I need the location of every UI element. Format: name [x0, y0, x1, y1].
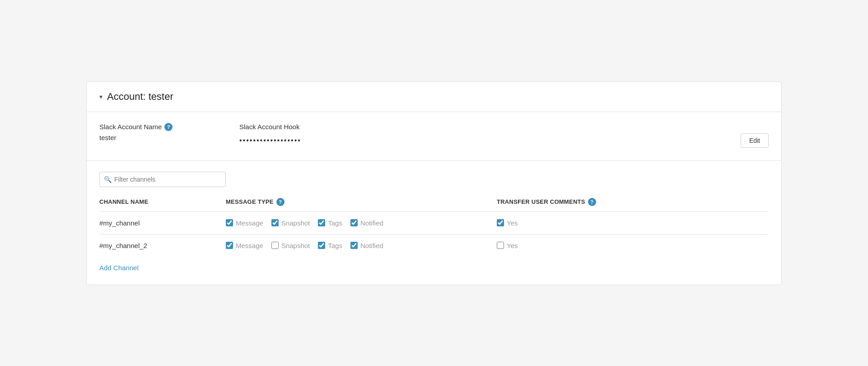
tags-checkbox-1: Tags [318, 219, 342, 227]
transfer-yes-checkbox-1: Yes [497, 219, 769, 227]
tags-checkbox-2: Tags [318, 242, 342, 249]
col-channel-header: CHANNEL NAME [99, 198, 148, 205]
channels-section: 🔍 CHANNEL NAME MESSAGE TYPE ? [87, 161, 781, 285]
tags-checkbox-input-2[interactable] [318, 242, 325, 249]
tags-label-1: Tags [328, 219, 342, 227]
notified-checkbox-1: Notified [350, 219, 383, 227]
edit-button[interactable]: Edit [741, 133, 769, 148]
search-icon: 🔍 [104, 176, 112, 183]
yes-label-1: Yes [507, 219, 518, 227]
transfer-help-icon[interactable]: ? [588, 198, 596, 206]
message-type-help-icon[interactable]: ? [276, 198, 285, 206]
snapshot-label-2: Snapshot [281, 242, 310, 249]
snapshot-checkbox-input-1[interactable] [271, 219, 279, 226]
account-card: ▾ Account: tester Slack Account Name ? t… [86, 81, 782, 285]
message-label-1: Message [236, 219, 263, 227]
slack-account-hook-value: •••••••••••••••••• [239, 136, 301, 145]
channels-table: CHANNEL NAME MESSAGE TYPE ? TRANSFER USE… [99, 198, 769, 257]
filter-channels-input[interactable] [99, 172, 226, 187]
channel-name-2: #my_channel_2 [99, 242, 147, 249]
notified-label-1: Notified [360, 219, 383, 227]
notified-checkbox-2: Notified [350, 242, 383, 249]
snapshot-checkbox-1: Snapshot [271, 219, 310, 227]
message-type-cell-1: Message Snapshot Tags [226, 219, 497, 227]
add-channel-link[interactable]: Add Channel [99, 264, 139, 272]
channel-name-1: #my_channel [99, 219, 140, 227]
filter-wrapper: 🔍 [99, 172, 226, 187]
message-type-cell-2: Message Snapshot Tags [226, 242, 497, 249]
slack-account-hook-label: Slack Account Hook [239, 123, 769, 131]
notified-checkbox-input-2[interactable] [350, 242, 358, 249]
table-row: #my_channel Message Snapshot [99, 211, 769, 234]
transfer-yes-checkbox-input-1[interactable] [497, 219, 504, 226]
notified-checkbox-input-1[interactable] [350, 219, 358, 226]
account-info-section: Slack Account Name ? tester Slack Accoun… [87, 112, 781, 161]
message-label-2: Message [236, 242, 263, 249]
card-header: ▾ Account: tester [87, 82, 781, 112]
slack-account-name-label: Slack Account Name ? [99, 123, 239, 131]
message-checkbox-1: Message [226, 219, 263, 227]
slack-account-name-help-icon[interactable]: ? [164, 123, 173, 131]
snapshot-label-1: Snapshot [281, 219, 310, 227]
col-message-type-header: MESSAGE TYPE [226, 198, 274, 205]
tags-label-2: Tags [328, 242, 342, 249]
transfer-yes-checkbox-2: Yes [497, 242, 769, 249]
chevron-icon: ▾ [99, 93, 103, 100]
message-checkbox-input-1[interactable] [226, 219, 233, 226]
slack-account-name-value: tester [99, 134, 239, 141]
account-title: Account: tester [107, 91, 173, 103]
snapshot-checkbox-2: Snapshot [271, 242, 310, 249]
transfer-yes-checkbox-input-2[interactable] [497, 242, 504, 249]
table-row: #my_channel_2 Message Snapshot [99, 234, 769, 257]
yes-label-2: Yes [507, 242, 518, 249]
message-checkbox-2: Message [226, 242, 263, 249]
tags-checkbox-input-1[interactable] [318, 219, 325, 226]
message-checkbox-input-2[interactable] [226, 242, 233, 249]
col-transfer-header: TRANSFER USER COMMENTS [497, 198, 585, 205]
notified-label-2: Notified [360, 242, 383, 249]
snapshot-checkbox-input-2[interactable] [271, 242, 279, 249]
